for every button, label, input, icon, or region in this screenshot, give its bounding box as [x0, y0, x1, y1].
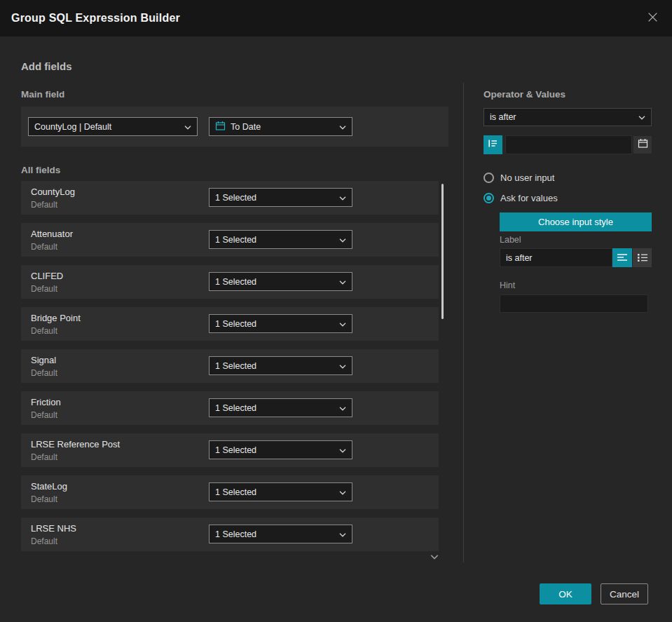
field-selected-dropdown[interactable]: 1 Selected: [209, 525, 352, 543]
add-fields-heading: Add fields: [21, 60, 72, 72]
cancel-button[interactable]: Cancel: [601, 583, 648, 604]
chevron-down-icon: [339, 319, 346, 329]
main-field-select-value: CountyLog | Default: [34, 122, 179, 132]
radio-ask-for-values[interactable]: [484, 193, 494, 203]
calendar-icon: [638, 138, 648, 151]
label-field-label: Label: [500, 235, 521, 245]
field-subtitle: Default: [31, 536, 57, 546]
scrollbar-thumb[interactable]: [441, 184, 444, 319]
field-selected-dropdown[interactable]: 1 Selected: [209, 272, 352, 291]
field-row: Bridge Point Default 1 Selected: [21, 307, 439, 341]
chevron-down-icon: [339, 445, 346, 455]
all-fields-label: All fields: [21, 165, 60, 175]
field-row: StateLog Default 1 Selected: [21, 475, 439, 509]
operator-select-value: is after: [490, 112, 633, 122]
close-button[interactable]: [644, 10, 661, 27]
field-name: CountyLog: [31, 187, 75, 197]
main-field-label: Main field: [21, 89, 64, 100]
calendar-button[interactable]: [633, 136, 652, 154]
field-selected-value: 1 Selected: [215, 235, 334, 245]
field-row: Signal Default 1 Selected: [21, 349, 439, 383]
field-selected-dropdown[interactable]: 1 Selected: [209, 230, 352, 249]
chevron-down-icon: [339, 487, 346, 497]
input-style-list-button[interactable]: [633, 248, 652, 267]
chevron-down-icon: [339, 403, 346, 413]
field-subtitle: Default: [31, 494, 57, 504]
operator-values-heading: Operator & Values: [484, 89, 565, 100]
field-row: Friction Default 1 Selected: [21, 391, 439, 425]
field-selected-value: 1 Selected: [215, 319, 334, 329]
field-row: LRSE Reference Post Default 1 Selected: [21, 433, 439, 467]
chevron-down-icon: [184, 122, 191, 132]
field-name: StateLog: [31, 481, 67, 492]
field-row: LRSE NHS Default 1 Selected: [21, 518, 439, 551]
dialog-header: Group SQL Expression Builder: [0, 0, 672, 36]
field-selected-value: 1 Selected: [215, 193, 334, 203]
field-name: Signal: [31, 355, 56, 365]
field-name: CLIFED: [31, 271, 63, 281]
group-sql-expression-builder-dialog: Group SQL Expression Builder Add fields …: [0, 0, 672, 622]
field-selected-value: 1 Selected: [215, 277, 334, 287]
field-subtitle: Default: [31, 200, 57, 210]
chevron-down-icon: [339, 122, 346, 132]
field-subtitle: Default: [31, 368, 57, 378]
all-fields-list: CountyLog Default 1 Selected Attenuator …: [21, 181, 439, 560]
field-selected-dropdown[interactable]: 1 Selected: [209, 398, 352, 417]
chevron-down-icon: [339, 277, 346, 287]
chevron-down-icon: [339, 529, 346, 539]
field-selected-value: 1 Selected: [215, 529, 334, 539]
input-style-text-button[interactable]: [612, 248, 632, 267]
bulleted-list-icon: [638, 252, 647, 264]
field-row: CountyLog Default 1 Selected: [21, 181, 439, 215]
field-name: Attenuator: [31, 229, 73, 239]
dialog-title: Group SQL Expression Builder: [11, 12, 644, 25]
vertical-divider: [463, 83, 464, 562]
date-field-select-value: To Date: [231, 122, 334, 132]
list-lines-icon: [488, 138, 498, 151]
radio-ask-for-values-label[interactable]: Ask for values: [500, 193, 558, 203]
chevron-down-icon: [339, 193, 346, 203]
date-mode-button[interactable]: [484, 135, 502, 154]
field-subtitle: Default: [31, 410, 57, 420]
field-selected-value: 1 Selected: [215, 445, 334, 455]
field-name: Friction: [31, 397, 61, 407]
ok-button[interactable]: OK: [540, 583, 591, 604]
chevron-down-icon: [339, 361, 346, 371]
field-selected-dropdown[interactable]: 1 Selected: [209, 314, 352, 333]
choose-input-style-button[interactable]: Choose input style: [500, 212, 652, 231]
align-left-icon: [617, 252, 627, 264]
field-selected-dropdown[interactable]: 1 Selected: [209, 188, 352, 207]
field-selected-value: 1 Selected: [215, 487, 334, 497]
close-icon: [647, 11, 659, 26]
radio-no-user-input-label[interactable]: No user input: [500, 173, 554, 183]
chevron-down-icon: [638, 112, 645, 122]
field-subtitle: Default: [31, 326, 57, 336]
hint-field-label: Hint: [500, 280, 515, 290]
chevron-down-icon: [339, 235, 346, 245]
field-selected-dropdown[interactable]: 1 Selected: [209, 482, 352, 501]
field-selected-dropdown[interactable]: 1 Selected: [209, 440, 352, 459]
calendar-icon: [215, 121, 226, 133]
date-value-input[interactable]: [505, 135, 632, 154]
field-selected-value: 1 Selected: [215, 403, 334, 413]
field-row: CLIFED Default 1 Selected: [21, 265, 439, 299]
field-selected-dropdown[interactable]: 1 Selected: [209, 356, 352, 375]
operator-select[interactable]: is after: [484, 108, 652, 126]
main-field-panel: CountyLog | Default To Date: [21, 107, 448, 147]
field-subtitle: Default: [31, 242, 57, 252]
field-row: Attenuator Default 1 Selected: [21, 223, 439, 257]
date-field-select[interactable]: To Date: [209, 117, 352, 136]
field-subtitle: Default: [31, 284, 57, 294]
field-selected-value: 1 Selected: [215, 361, 334, 371]
field-name: LRSE Reference Post: [31, 439, 120, 449]
main-field-select[interactable]: CountyLog | Default: [28, 117, 198, 136]
field-subtitle: Default: [31, 452, 57, 462]
radio-no-user-input[interactable]: [484, 173, 494, 183]
hint-input[interactable]: [500, 295, 648, 313]
scroll-down-icon[interactable]: [430, 550, 439, 562]
field-name: Bridge Point: [31, 313, 81, 323]
label-input[interactable]: [500, 248, 612, 267]
field-name: LRSE NHS: [31, 523, 76, 534]
